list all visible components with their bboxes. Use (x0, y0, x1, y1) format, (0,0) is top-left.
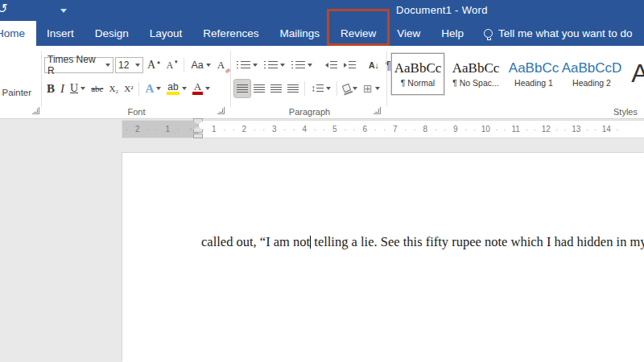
clipboard-dialog-launcher-icon[interactable] (32, 107, 39, 114)
format-painter-button[interactable]: Format Painter (0, 88, 31, 97)
ribbon-tab[interactable]: View (386, 21, 431, 46)
italic-button[interactable]: I (58, 80, 67, 97)
style-item[interactable]: AaBbCc ¶ Normal (391, 53, 444, 95)
paragraph-group-label: Paragraph (232, 107, 387, 117)
word-window: ↺ Document1 - Word Home Insert Design La… (0, 0, 644, 362)
style-item[interactable]: AaBbCcD Heading 2 (565, 53, 618, 95)
chevron-down-icon (253, 64, 258, 67)
font-dialog-launcher-icon[interactable] (217, 107, 225, 114)
tell-me-search[interactable]: Tell me what you want to do (474, 21, 642, 46)
increase-indent-button[interactable] (341, 56, 358, 74)
multilevel-list-icon (295, 61, 305, 70)
ribbon-tab[interactable]: References (192, 21, 269, 46)
tell-me-label: Tell me what you want to do (498, 27, 633, 39)
paragraph-group: A↓ ¶ ↕ ⊞ Paragraph (232, 46, 387, 118)
chevron-down-icon (353, 87, 357, 90)
ribbon-tab[interactable]: Insert (36, 21, 85, 46)
strikethrough-button[interactable]: abc (89, 80, 105, 97)
ruler-zone: ·2··1· · ·1··2··3··4··5··6··7··8··9··10·… (0, 119, 644, 153)
style-item[interactable]: AaBbCc ¶ No Spac... (449, 53, 502, 95)
align-center-button[interactable] (251, 80, 267, 97)
chevron-down-icon (308, 64, 312, 67)
left-indent-marker[interactable] (193, 134, 203, 138)
divider (304, 81, 305, 96)
font-color-button[interactable]: A (190, 80, 213, 97)
shading-button[interactable] (341, 80, 360, 97)
decrease-indent-icon (325, 63, 328, 68)
divider (184, 58, 184, 72)
font-group-label: Font (42, 107, 231, 117)
chevron-down-icon (80, 87, 85, 90)
bullets-button[interactable] (234, 56, 260, 74)
justify-button[interactable] (285, 80, 301, 97)
ribbon-tab[interactable]: Layout (139, 21, 193, 46)
document-page: called out, “I am not telling a lie. See… (122, 153, 644, 362)
chevron-down-icon (205, 87, 210, 90)
line-spacing-button[interactable]: ↕ (308, 80, 333, 97)
undo-icon[interactable]: ↺ (0, 1, 7, 17)
chevron-down-icon (326, 87, 331, 90)
paint-bucket-icon (342, 83, 352, 93)
font-name-combo[interactable]: Times New R (44, 57, 114, 73)
shrink-font-button[interactable]: A▾ (164, 56, 180, 74)
styles-group: AaBbCc ¶ Normal AaBbCc ¶ No Spac... AaBb… (388, 46, 644, 118)
text-effects-icon: A (145, 82, 154, 96)
underline-button[interactable]: U (68, 80, 88, 97)
clear-formatting-button[interactable]: A (215, 56, 227, 74)
superscript-button[interactable]: X² (122, 80, 135, 97)
ribbon-tab[interactable]: Home (0, 21, 36, 46)
window-title: Document1 - Word (396, 4, 488, 16)
highlight-icon: ab (167, 82, 179, 95)
font-group: Times New R 12 A▴ A▾ Aa A (42, 46, 231, 118)
ribbon-tab[interactable]: Mailings (269, 21, 330, 46)
font-size-combo[interactable]: 12 (115, 57, 143, 73)
line-spacing-icon: ↕ (311, 84, 316, 93)
sort-button[interactable]: A↓ (366, 56, 382, 74)
chevron-down-icon (135, 64, 140, 67)
borders-button[interactable]: ⊞ (361, 80, 382, 97)
decrease-indent-button[interactable] (323, 56, 340, 74)
ribbon-tab[interactable]: Design (85, 21, 139, 46)
hanging-indent-marker[interactable] (193, 126, 203, 133)
ribbon: Format Painter Times New R 12 A▴ A▾ (0, 46, 644, 119)
chevron-down-icon (156, 87, 161, 90)
highlight-color-button[interactable]: ab (164, 80, 188, 97)
numbering-button[interactable] (262, 56, 287, 74)
horizontal-ruler[interactable]: ·2··1· · ·1··2··3··4··5··6··7··8··9··10·… (122, 121, 644, 138)
document-line-with-cursor: called out, “I am not telling a lie. See… (201, 232, 644, 251)
document-text-area[interactable]: called out, “I am not telling a lie. See… (201, 232, 644, 362)
styles-gallery: AaBbCc ¶ Normal AaBbCc ¶ No Spac... AaBb… (391, 53, 644, 95)
text-effects-button[interactable]: A (142, 80, 163, 97)
paragraph-dialog-launcher-icon[interactable] (374, 107, 381, 114)
justify-icon (287, 84, 299, 93)
align-center-icon (254, 84, 265, 93)
lightbulb-icon (484, 29, 493, 38)
ribbon-tab[interactable]: Review (330, 21, 386, 46)
bold-button[interactable]: B (44, 80, 57, 97)
quick-access-customize-icon[interactable] (60, 9, 67, 13)
indent-markers[interactable] (193, 118, 203, 138)
style-item[interactable]: A (623, 53, 644, 95)
ruler-margin-area: ·2··1· · (122, 121, 199, 138)
ribbon-tab[interactable]: Help (431, 21, 474, 46)
grow-font-button[interactable]: A▴ (145, 56, 163, 74)
styles-group-label: Styles (613, 107, 638, 117)
chevron-down-icon (182, 87, 187, 90)
divider (336, 81, 337, 96)
clipboard-group: Format Painter (0, 46, 42, 118)
style-item[interactable]: AaBbCc Heading 1 (507, 53, 560, 95)
align-left-icon (237, 84, 248, 93)
multilevel-list-button[interactable] (289, 56, 315, 74)
borders-icon: ⊞ (363, 83, 373, 94)
align-left-button[interactable] (234, 80, 250, 97)
bullets-icon (241, 61, 250, 70)
ribbon-tab-strip: Home Insert Design Layout References Mai… (0, 21, 644, 46)
chevron-down-icon (280, 64, 285, 67)
subscript-button[interactable]: X₂ (106, 80, 121, 97)
chevron-down-icon (206, 64, 211, 67)
ruler-page-area: ·1··2··3··4··5··6··7··8··9··10··11··12··… (199, 121, 621, 138)
change-case-button[interactable]: Aa (188, 56, 213, 74)
first-line-indent-marker[interactable] (193, 118, 203, 125)
title-bar: ↺ Document1 - Word (0, 0, 644, 21)
align-right-button[interactable] (268, 80, 284, 97)
